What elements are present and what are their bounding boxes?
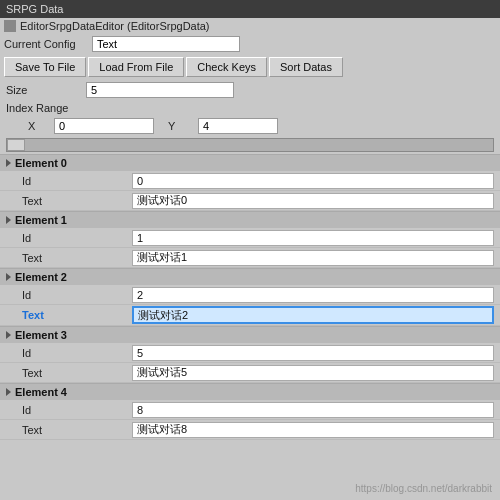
element-header-0[interactable]: Element 0	[0, 154, 500, 171]
slider-thumb[interactable]	[7, 139, 25, 151]
id-input-3[interactable]	[132, 345, 494, 361]
text-row-1: Text	[0, 248, 500, 268]
triangle-icon-1	[6, 216, 11, 224]
sort-datas-button[interactable]: Sort Datas	[269, 57, 343, 77]
id-label-3: Id	[22, 347, 132, 359]
triangle-icon-2	[6, 273, 11, 281]
text-label-2: Text	[22, 309, 132, 321]
check-keys-button[interactable]: Check Keys	[186, 57, 267, 77]
text-input-4[interactable]	[132, 422, 494, 438]
id-row-0: Id	[0, 171, 500, 191]
text-label-4: Text	[22, 424, 132, 436]
current-config-input[interactable]	[92, 36, 240, 52]
size-row: Size	[0, 80, 500, 100]
editor-label-text: EditorSrpgDataEditor (EditorSrpgData)	[20, 20, 210, 32]
size-label: Size	[6, 84, 86, 96]
text-row-4: Text	[0, 420, 500, 440]
toolbar: Save To File Load From File Check Keys S…	[0, 54, 500, 80]
data-area: Element 0 Id Text Element 1 Id Text Elem…	[0, 154, 500, 440]
editor-icon	[4, 20, 16, 32]
text-row-3: Text	[0, 363, 500, 383]
element-header-label-0: Element 0	[15, 157, 67, 169]
y-input[interactable]	[198, 118, 278, 134]
triangle-icon-0	[6, 159, 11, 167]
y-label: Y	[168, 120, 192, 132]
element-header-4[interactable]: Element 4	[0, 383, 500, 400]
id-row-4: Id	[0, 400, 500, 420]
element-header-3[interactable]: Element 3	[0, 326, 500, 343]
watermark: https://blog.csdn.net/darkrabbit	[355, 483, 492, 494]
element-header-label-1: Element 1	[15, 214, 67, 226]
index-range-label: Index Range	[6, 102, 86, 114]
element-header-label-4: Element 4	[15, 386, 67, 398]
triangle-icon-3	[6, 331, 11, 339]
title-bar-label: SRPG Data	[6, 3, 63, 15]
current-config-label: Current Config	[4, 38, 84, 50]
title-bar: SRPG Data	[0, 0, 500, 18]
element-header-label-2: Element 2	[15, 271, 67, 283]
id-row-2: Id	[0, 285, 500, 305]
id-label-1: Id	[22, 232, 132, 244]
text-row-0: Text	[0, 191, 500, 211]
index-range-row: Index Range	[0, 100, 500, 116]
text-label-1: Text	[22, 252, 132, 264]
text-row-2: Text	[0, 305, 500, 326]
id-label-2: Id	[22, 289, 132, 301]
id-label-4: Id	[22, 404, 132, 416]
element-header-1[interactable]: Element 1	[0, 211, 500, 228]
id-row-1: Id	[0, 228, 500, 248]
id-row-3: Id	[0, 343, 500, 363]
slider[interactable]	[6, 138, 494, 152]
id-input-4[interactable]	[132, 402, 494, 418]
id-input-0[interactable]	[132, 173, 494, 189]
slider-row[interactable]	[0, 136, 500, 154]
x-input[interactable]	[54, 118, 154, 134]
id-input-2[interactable]	[132, 287, 494, 303]
text-input-3[interactable]	[132, 365, 494, 381]
element-header-2[interactable]: Element 2	[0, 268, 500, 285]
editor-label-row: EditorSrpgDataEditor (EditorSrpgData)	[0, 18, 500, 34]
text-input-0[interactable]	[132, 193, 494, 209]
element-header-label-3: Element 3	[15, 329, 67, 341]
size-input[interactable]	[86, 82, 234, 98]
current-config-row: Current Config	[0, 34, 500, 54]
text-input-2[interactable]	[132, 306, 494, 324]
id-input-1[interactable]	[132, 230, 494, 246]
triangle-icon-4	[6, 388, 11, 396]
text-input-1[interactable]	[132, 250, 494, 266]
xy-row: X Y	[0, 116, 500, 136]
id-label-0: Id	[22, 175, 132, 187]
text-label-0: Text	[22, 195, 132, 207]
load-from-file-button[interactable]: Load From File	[88, 57, 184, 77]
save-to-file-button[interactable]: Save To File	[4, 57, 86, 77]
text-label-3: Text	[22, 367, 132, 379]
x-label: X	[28, 120, 48, 132]
